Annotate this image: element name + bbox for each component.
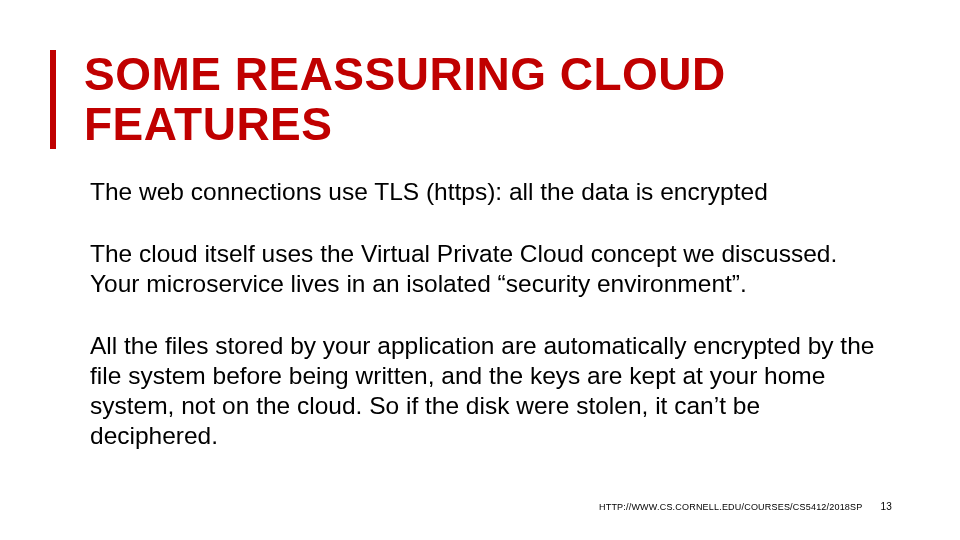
title-block: SOME REASSURING CLOUD FEATURES (50, 50, 900, 149)
title-accent-rule (50, 50, 56, 149)
footer-source: HTTP://WWW.CS.CORNELL.EDU/COURSES/CS5412… (599, 502, 862, 512)
body-paragraph: All the files stored by your application… (90, 331, 880, 451)
slide-body: The web connections use TLS (https): all… (50, 177, 900, 450)
slide-title: SOME REASSURING CLOUD FEATURES (84, 50, 900, 149)
slide: SOME REASSURING CLOUD FEATURES The web c… (0, 0, 960, 540)
body-paragraph: The cloud itself uses the Virtual Privat… (90, 239, 880, 299)
body-paragraph: The web connections use TLS (https): all… (90, 177, 880, 207)
footer-page-number: 13 (880, 501, 892, 512)
slide-footer: HTTP://WWW.CS.CORNELL.EDU/COURSES/CS5412… (599, 501, 892, 512)
